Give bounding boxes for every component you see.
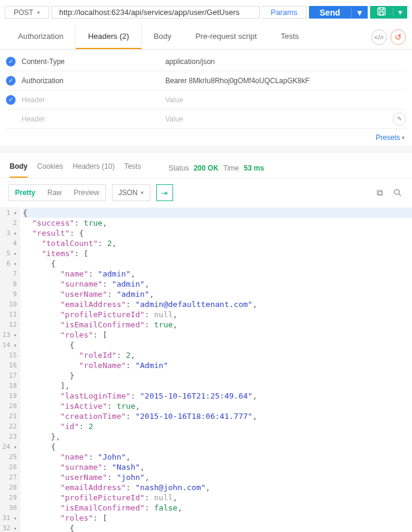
- chevron-down-icon: ▾: [141, 190, 144, 196]
- format-group: Pretty Raw Preview: [8, 184, 106, 201]
- resp-tab-tests[interactable]: Tests: [124, 159, 141, 178]
- header-row: ✓: [6, 90, 406, 110]
- request-bar: POST ▾ Params Send ▾ ▾: [0, 0, 412, 25]
- format-raw[interactable]: Raw: [41, 185, 68, 200]
- type-select[interactable]: JSON▾: [112, 184, 150, 201]
- check-icon[interactable]: ✓: [6, 95, 16, 105]
- format-preview[interactable]: Preview: [68, 185, 105, 200]
- check-icon[interactable]: ✓: [6, 76, 16, 86]
- search-icon[interactable]: [392, 187, 404, 199]
- header-value-input[interactable]: [165, 77, 406, 85]
- method-select[interactable]: POST ▾: [5, 6, 49, 19]
- headers-table: ✓✓✓✓✎: [0, 50, 412, 131]
- chevron-down-icon[interactable]: ▾: [351, 8, 368, 17]
- svg-rect-1: [380, 12, 383, 15]
- tab-headers[interactable]: Headers (2): [75, 25, 142, 49]
- line-gutter: 1234567891011121314151617181920212223242…: [0, 207, 20, 532]
- url-input[interactable]: [51, 6, 260, 19]
- header-value-input[interactable]: [165, 57, 406, 66]
- header-value-input[interactable]: [165, 115, 389, 123]
- response-tabs: Body Cookies Headers (10) Tests Status 2…: [0, 153, 412, 178]
- reset-icon[interactable]: ↺: [390, 29, 406, 45]
- resp-tab-cookies[interactable]: Cookies: [37, 159, 63, 178]
- header-row: ✓✎: [6, 110, 406, 129]
- resp-tab-body[interactable]: Body: [10, 159, 28, 178]
- edit-icon[interactable]: ✎: [393, 113, 406, 126]
- resp-tab-headers[interactable]: Headers (10): [72, 159, 114, 178]
- format-pretty[interactable]: Pretty: [9, 185, 41, 200]
- send-button[interactable]: Send ▾: [309, 6, 368, 19]
- time-value: 53 ms: [244, 164, 264, 172]
- tab-authorization[interactable]: Authorization: [6, 25, 75, 49]
- presets-link[interactable]: Presets▾: [375, 133, 405, 142]
- code-icon[interactable]: </>: [371, 29, 387, 45]
- header-key-input[interactable]: [22, 96, 165, 104]
- chevron-down-icon: ▾: [37, 10, 40, 16]
- header-value-input[interactable]: [165, 96, 406, 104]
- copy-icon[interactable]: ⧉: [374, 187, 386, 199]
- method-label: POST: [14, 8, 34, 17]
- header-row: ✓: [6, 71, 406, 90]
- tab-body[interactable]: Body: [142, 25, 184, 49]
- wrap-toggle[interactable]: ⇥: [156, 184, 173, 201]
- check-icon[interactable]: ✓: [6, 57, 16, 66]
- save-button[interactable]: ▾: [370, 6, 407, 19]
- svg-point-2: [395, 190, 399, 194]
- send-label: Send: [309, 8, 351, 17]
- response-body: 1234567891011121314151617181920212223242…: [0, 207, 412, 532]
- chevron-down-icon[interactable]: ▾: [393, 8, 407, 17]
- header-key-input[interactable]: [22, 77, 165, 85]
- status-value: 200 OK: [193, 164, 218, 172]
- status-info: Status 200 OK Time 53 ms: [168, 164, 264, 172]
- header-key-input[interactable]: [22, 115, 165, 123]
- header-key-input[interactable]: [22, 57, 165, 66]
- header-row: ✓: [6, 52, 406, 71]
- save-icon: [370, 6, 393, 19]
- tab-prerequest[interactable]: Pre-request script: [183, 25, 269, 49]
- code-content[interactable]: { "success": true, "result": { "totalCou…: [20, 207, 412, 532]
- divider: [0, 147, 412, 153]
- response-toolbar: Pretty Raw Preview JSON▾ ⇥ ⧉: [0, 178, 412, 207]
- chevron-down-icon: ▾: [402, 135, 405, 141]
- params-button[interactable]: Params: [262, 6, 307, 19]
- request-tabs: Authorization Headers (2) Body Pre-reque…: [0, 25, 412, 50]
- tab-tests[interactable]: Tests: [269, 25, 311, 49]
